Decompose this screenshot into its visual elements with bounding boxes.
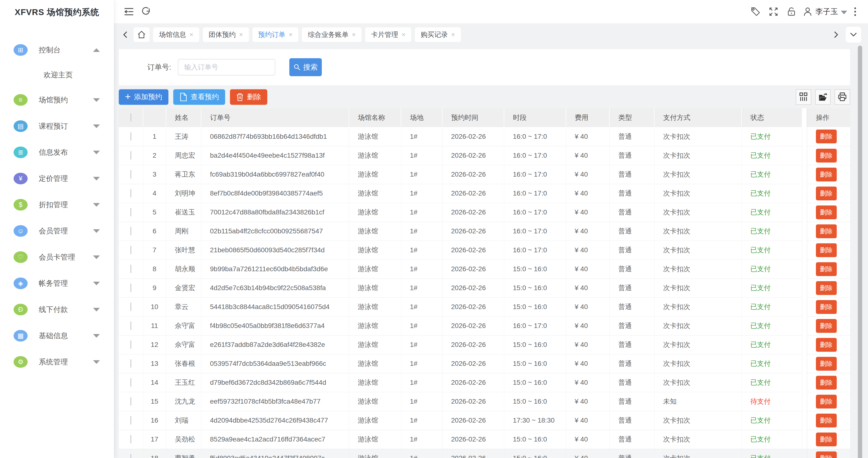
delete-button[interactable]: 删除	[816, 187, 837, 200]
vertical-scrollbar[interactable]	[858, 46, 862, 458]
search-button[interactable]: 搜索	[289, 58, 322, 76]
tab-0[interactable]: 场馆信息×	[153, 27, 199, 42]
tab-3[interactable]: 综合业务账单×	[302, 27, 362, 42]
select-all-checkbox[interactable]	[130, 113, 131, 122]
row-checkbox[interactable]	[130, 321, 131, 330]
export-button[interactable]	[815, 89, 831, 105]
sidebar-subitem-welcome[interactable]: 欢迎主页	[0, 63, 114, 87]
row-checkbox[interactable]	[130, 378, 131, 387]
delete-button[interactable]: 删除	[816, 168, 837, 181]
chevron-down-icon	[93, 255, 100, 259]
cell-court: 1#	[401, 279, 442, 297]
tabs-scroll-left-icon[interactable]	[121, 30, 129, 39]
column-settings-button[interactable]	[796, 89, 811, 105]
delete-button[interactable]: 删除	[816, 319, 837, 333]
sidebar-collapse-icon[interactable]	[124, 7, 134, 16]
close-icon[interactable]: ×	[451, 31, 455, 38]
delete-button[interactable]: 删除	[816, 452, 837, 458]
sidebar-item-base-info[interactable]: ▦基础信息	[0, 323, 114, 349]
row-index: 13	[143, 354, 166, 373]
sidebar-item-venue-booking[interactable]: ≡场馆预约	[0, 87, 114, 113]
row-checkbox[interactable]	[130, 454, 131, 458]
row-checkbox[interactable]	[130, 359, 131, 368]
cell-timeslot: 16:0 ~ 17:0	[504, 184, 566, 203]
cell-fee: ¥ 40	[566, 430, 610, 449]
row-index: 3	[143, 165, 166, 184]
delete-button[interactable]: 删除	[816, 300, 837, 314]
sidebar-item-member-cards[interactable]: ♡会员卡管理	[0, 244, 114, 270]
row-checkbox[interactable]	[130, 132, 131, 141]
cell-court: 1#	[401, 430, 442, 449]
delete-button[interactable]: 删除	[816, 357, 837, 371]
sidebar-item-billing[interactable]: ◈帐务管理	[0, 270, 114, 296]
sidebar-item-info-publish[interactable]: ≣信息发布	[0, 139, 114, 166]
add-booking-button[interactable]: + 添加预约	[119, 89, 168, 105]
cell-actions: 删除	[807, 279, 850, 297]
delete-button[interactable]: 删除	[816, 130, 837, 143]
row-checkbox[interactable]	[130, 340, 131, 349]
user-menu[interactable]: 李子玉	[803, 6, 847, 17]
row-checkbox[interactable]	[130, 170, 131, 178]
sidebar-item-discount[interactable]: $折扣管理	[0, 192, 114, 218]
row-checkbox[interactable]	[130, 246, 131, 254]
row-checkbox[interactable]	[130, 284, 131, 292]
cell-court: 1#	[401, 354, 442, 373]
tab-4[interactable]: 卡片管理×	[365, 27, 411, 42]
delete-button[interactable]: 删除	[816, 413, 837, 427]
delete-button[interactable]: 删除	[816, 224, 837, 238]
tab-5[interactable]: 购买记录×	[415, 27, 461, 42]
fullscreen-icon[interactable]	[768, 6, 779, 17]
export-icon	[818, 92, 828, 102]
delete-button[interactable]: 删除	[816, 376, 837, 390]
tabs-scroll-right-icon[interactable]	[832, 30, 840, 39]
order-no-input[interactable]	[178, 59, 275, 76]
kebab-menu-icon[interactable]	[854, 6, 857, 17]
delete-button[interactable]: 删除	[816, 395, 837, 408]
print-button[interactable]	[835, 89, 850, 105]
row-checkbox[interactable]	[130, 397, 131, 406]
sidebar-item-system[interactable]: ⚙系统管理	[0, 349, 114, 375]
row-checkbox[interactable]	[130, 227, 131, 235]
delete-button[interactable]: 删除	[816, 281, 837, 295]
delete-button[interactable]: 删除	[816, 262, 837, 276]
close-icon[interactable]: ×	[239, 31, 243, 38]
delete-button[interactable]: 删除	[816, 243, 837, 257]
sidebar-item-members[interactable]: ☺会员管理	[0, 218, 114, 244]
close-icon[interactable]: ×	[189, 31, 193, 38]
row-checkbox[interactable]	[130, 208, 131, 217]
tab-home[interactable]	[133, 27, 150, 42]
row-checkbox[interactable]	[130, 303, 131, 311]
row-checkbox[interactable]	[130, 416, 131, 425]
delete-button[interactable]: 删除	[816, 338, 837, 352]
cell-timeslot: 16:0 ~ 17:0	[504, 316, 566, 335]
cell-court: 1#	[401, 222, 442, 241]
close-icon[interactable]: ×	[402, 31, 405, 38]
table-header-row: 姓名订单号场馆名称场地预约时间时段费用类型支付方式状态操作	[119, 108, 850, 127]
sidebar-item-console[interactable]: ⊞控制台	[0, 37, 114, 63]
close-icon[interactable]: ×	[289, 31, 293, 38]
row-checkbox[interactable]	[130, 189, 131, 197]
close-icon[interactable]: ×	[352, 31, 356, 38]
delete-button[interactable]: 删除	[816, 432, 837, 446]
sidebar-item-pricing[interactable]: ¥定价管理	[0, 166, 114, 192]
sidebar-item-offline-pay[interactable]: Đ线下付款	[0, 296, 114, 323]
tab-options-dropdown[interactable]	[846, 27, 861, 42]
tag-icon[interactable]	[750, 6, 761, 17]
tab-2[interactable]: 预约订单×	[252, 27, 299, 42]
row-checkbox[interactable]	[130, 265, 131, 273]
delete-button[interactable]: 删除	[816, 149, 837, 163]
cell-fee: ¥ 40	[566, 335, 610, 354]
tab-1[interactable]: 团体预约×	[203, 27, 249, 42]
sidebar-item-course-booking[interactable]: ▤课程预订	[0, 113, 114, 139]
refresh-icon[interactable]	[142, 7, 151, 16]
cell-checkbox	[119, 335, 143, 354]
delete-button[interactable]: 删除	[816, 205, 837, 219]
row-checkbox[interactable]	[130, 435, 131, 443]
cell-name: 金贤宏	[166, 279, 201, 297]
lock-icon[interactable]	[786, 6, 797, 17]
cell-name: 佘守富	[166, 335, 201, 354]
view-booking-button[interactable]: 查看预约	[173, 89, 225, 105]
row-checkbox[interactable]	[130, 151, 131, 160]
delete-selected-button[interactable]: 删除	[230, 89, 267, 105]
sidebar-item-label: 基础信息	[39, 331, 93, 341]
